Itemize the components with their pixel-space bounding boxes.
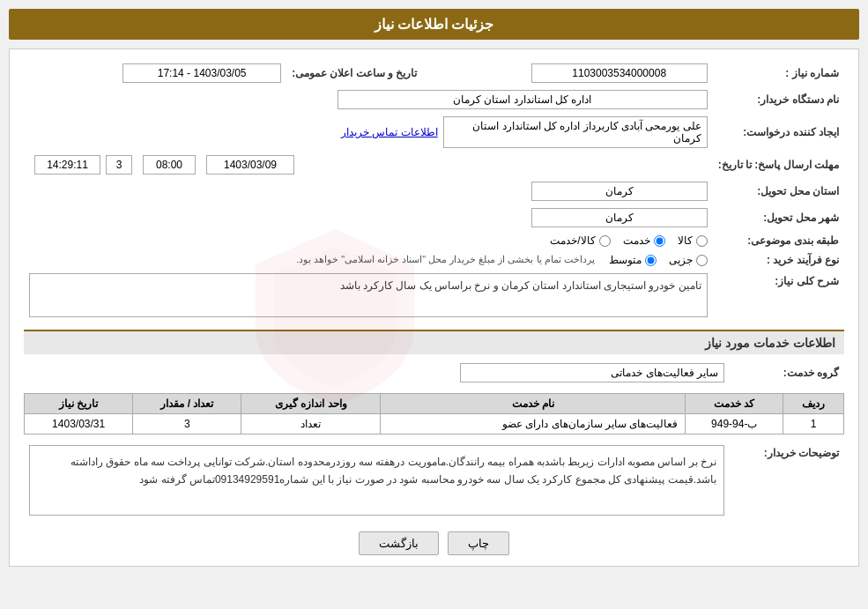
col-code: کد خدمت [686,394,783,414]
category-option-khedmat[interactable]: خدمت [623,234,665,247]
main-card: شماره نیاز : 1103003534000008 تاریخ و سا… [9,48,859,567]
process-label-motavasset: متوسط [609,254,642,266]
process-label: نوع فرآیند خرید : [713,250,844,270]
cell-code: ب-94-949 [686,414,783,434]
table-row: استان محل تحویل: کرمان [24,178,844,204]
category-radio-kala-khedmat[interactable] [599,235,611,247]
category-radio-group: کالا خدمت کالا/خدمت [29,234,708,247]
category-radio-kala[interactable] [696,235,708,247]
table-row: شرح کلی نیاز: تامین خودرو استیجاری استان… [24,270,844,321]
need-description-text: تامین خودرو استیجاری استاندارد استان کرم… [340,279,701,292]
need-description-value: تامین خودرو استیجاری استاندارد استان کرم… [29,273,708,317]
buyer-notes-content: نرخ بر اساس مصوبه ادارات زیربط باشدبه هم… [70,456,716,486]
category-option-kala[interactable]: کالا [678,234,708,247]
service-table-row: 1 ب-94-949 فعالیت‌های سایر سازمان‌های دا… [25,414,844,434]
process-radio-jozi[interactable] [696,255,708,266]
col-date: تاریخ نیاز [25,394,133,414]
table-row: مهلت ارسال پاسخ: تا تاریخ: 1403/03/09 08… [24,152,844,178]
process-option-motavasset[interactable]: متوسط [609,254,657,266]
category-label: طبقه بندی موضوعی: [713,231,844,250]
cell-unit: تعداد [241,414,381,434]
buyer-notes-label: توضیحات خریدار: [730,442,844,519]
service-section-title: اطلاعات خدمات مورد نیاز [24,330,844,354]
table-row: شهر محل تحویل: کرمان [24,204,844,231]
service-table: ردیف کد خدمت نام خدمت واحد اندازه گیری ت… [24,393,844,434]
need-number-value: 1103003534000008 [531,63,708,83]
buyer-notes-table: توضیحات خریدار: نرخ بر اساس مصوبه ادارات… [24,442,844,519]
process-note: پرداخت تمام یا بخشی از مبلغ خریدار محل "… [296,254,595,265]
cell-qty: 3 [133,414,241,434]
province-delivery-value: کرمان [531,182,708,201]
page-header: جزئیات اطلاعات نیاز [9,9,859,40]
creator-value: علی یورمحی آبادی کاربرداز اداره کل استان… [443,116,708,148]
response-deadline-label: مهلت ارسال پاسخ: تا تاریخ: [713,152,844,178]
col-unit: واحد اندازه گیری [241,394,381,414]
table-row: توضیحات خریدار: نرخ بر اساس مصوبه ادارات… [24,442,844,519]
buyer-org-value: اداره کل استاندارد استان کرمان [338,90,708,109]
table-row: ایجاد کننده درخواست: علی یورمحی آبادی کا… [24,113,844,152]
process-label-jozi: جزیی [669,254,693,266]
table-row: نام دستگاه خریدار: اداره کل استاندارد اس… [24,86,844,113]
service-group-table: گروه خدمت: سایر فعالیت‌های خدماتی [24,360,844,386]
need-description-label: شرح کلی نیاز: [713,270,844,321]
service-table-header: ردیف کد خدمت نام خدمت واحد اندازه گیری ت… [25,394,844,414]
col-qty: تعداد / مقدار [133,394,241,414]
creator-label: ایجاد کننده درخواست: [713,113,844,152]
category-label-kala: کالا [678,234,693,247]
cell-date: 1403/03/31 [25,414,133,434]
announce-date-value: 1403/03/05 - 17:14 [122,63,281,83]
process-radio-group: جزیی متوسط [609,254,708,266]
table-row: نوع فرآیند خرید : جزیی متوسط [24,250,844,270]
buyer-notes-text: نرخ بر اساس مصوبه ادارات زیربط باشدبه هم… [29,445,724,516]
col-row: ردیف [783,394,844,414]
response-date: 1403/03/09 [206,155,294,175]
need-number-label: شماره نیاز : [713,60,844,86]
category-radio-khedmat[interactable] [654,235,665,247]
response-days: 3 [106,155,132,175]
buyer-org-label: نام دستگاه خریدار: [713,86,844,113]
category-option-kala-khedmat[interactable]: کالا/خدمت [550,234,610,247]
city-delivery-label: شهر محل تحویل: [713,204,844,231]
cell-name: فعالیت‌های سایر سازمان‌های دارای عضو [381,414,686,434]
button-row: چاپ بازگشت [24,531,844,555]
category-label-kala-khedmat: کالا/خدمت [550,234,595,247]
creator-link[interactable]: اطلاعات تماس خریدار [341,126,438,138]
back-button[interactable]: بازگشت [359,531,439,555]
service-group-label: گروه خدمت: [730,360,844,386]
category-label-khedmat: خدمت [623,234,650,247]
province-delivery-label: استان محل تحویل: [713,178,844,204]
table-row: گروه خدمت: سایر فعالیت‌های خدماتی [24,360,844,386]
table-row: شماره نیاز : 1103003534000008 تاریخ و سا… [24,60,844,86]
process-radio-motavasset[interactable] [645,255,657,266]
info-table: شماره نیاز : 1103003534000008 تاریخ و سا… [24,60,844,321]
print-button[interactable]: چاپ [448,531,509,555]
cell-row: 1 [783,414,844,434]
service-group-value: سایر فعالیت‌های خدماتی [460,363,724,382]
table-row: طبقه بندی موضوعی: کالا خدمت [24,231,844,250]
announce-date-label: تاریخ و ساعت اعلان عمومی: [286,60,422,86]
city-delivery-value: کرمان [531,208,708,227]
response-time: 08:00 [143,155,196,175]
process-option-jozi[interactable]: جزیی [669,254,708,266]
response-remaining: 14:29:11 [34,155,100,175]
col-name: نام خدمت [381,394,686,414]
header-title: جزئیات اطلاعات نیاز [375,17,494,32]
